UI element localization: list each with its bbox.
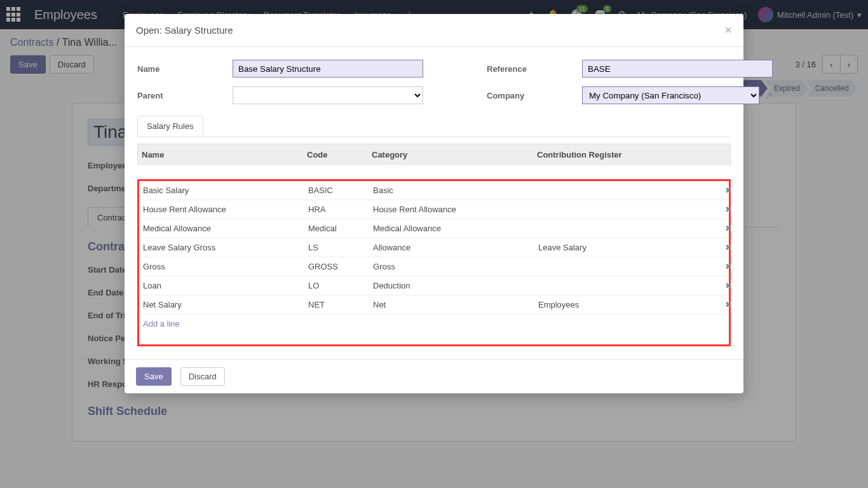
- delete-row-icon[interactable]: ✖: [719, 238, 738, 257]
- cell-register: [534, 276, 719, 295]
- modal-body: Name Reference Parent Company My Company…: [125, 47, 743, 359]
- col-name: Name: [138, 144, 303, 165]
- table-row[interactable]: House Rent AllowanceHRAHouse Rent Allowa…: [139, 200, 729, 219]
- col-register: Contribution Register: [533, 144, 717, 165]
- table-row[interactable]: Basic SalaryBASICBasic✖: [139, 181, 729, 200]
- table-row[interactable]: LoanLODeduction✖: [139, 276, 729, 295]
- table-row[interactable]: Medical AllowanceMedicalMedical Allowanc…: [139, 219, 729, 238]
- cell-register: Employees: [534, 295, 719, 314]
- cell-category: Allowance: [369, 238, 534, 257]
- cell-name: Gross: [139, 257, 304, 276]
- name-field[interactable]: [233, 60, 423, 78]
- rules-highlight-box: Basic SalaryBASICBasic✖House Rent Allowa…: [137, 179, 731, 346]
- cell-code: LS: [304, 238, 369, 257]
- cell-category: Deduction: [369, 276, 534, 295]
- modal-tabs: Salary Rules: [137, 116, 731, 137]
- cell-category: Net: [369, 295, 534, 314]
- add-line-link[interactable]: Add a line: [139, 315, 729, 333]
- delete-row-icon[interactable]: ✖: [719, 219, 738, 238]
- cell-category: House Rent Allowance: [369, 200, 534, 219]
- label-company: Company: [487, 91, 569, 100]
- rules-header: Name Code Category Contribution Register: [137, 144, 731, 165]
- delete-row-icon[interactable]: ✖: [719, 257, 738, 276]
- cell-name: Medical Allowance: [139, 219, 304, 238]
- cell-register: Leave Salary: [534, 238, 719, 257]
- company-field[interactable]: My Company (San Francisco): [582, 86, 759, 104]
- delete-row-icon[interactable]: ✖: [719, 181, 738, 200]
- cell-register: [534, 219, 719, 238]
- cell-code: LO: [304, 276, 369, 295]
- delete-row-icon[interactable]: ✖: [719, 295, 738, 314]
- modal-discard-button[interactable]: Discard: [180, 367, 225, 386]
- reference-field[interactable]: [582, 60, 773, 78]
- cell-name: House Rent Allowance: [139, 200, 304, 219]
- cell-code: Medical: [304, 219, 369, 238]
- modal-overlay: Open: Salary Structure × Name Reference …: [0, 0, 868, 488]
- cell-code: GROSS: [304, 257, 369, 276]
- cell-category: Medical Allowance: [369, 219, 534, 238]
- cell-code: HRA: [304, 200, 369, 219]
- delete-row-icon[interactable]: ✖: [719, 276, 738, 295]
- delete-row-icon[interactable]: ✖: [719, 200, 738, 219]
- cell-name: Basic Salary: [139, 181, 304, 200]
- modal-footer: Save Discard: [125, 359, 743, 393]
- modal-save-button[interactable]: Save: [136, 367, 172, 386]
- cell-register: [534, 257, 719, 276]
- cell-code: NET: [304, 295, 369, 314]
- label-parent: Parent: [137, 91, 220, 100]
- cell-name: Loan: [139, 276, 304, 295]
- external-link-icon[interactable]: ↗: [764, 90, 773, 102]
- table-row[interactable]: Net SalaryNETNetEmployees✖: [139, 295, 729, 315]
- modal-header: Open: Salary Structure ×: [125, 14, 743, 47]
- cell-name: Leave Salary Gross: [139, 238, 304, 257]
- parent-field[interactable]: [233, 86, 423, 104]
- cell-category: Gross: [369, 257, 534, 276]
- col-actions: [717, 144, 736, 165]
- col-code: Code: [303, 144, 368, 165]
- rules-body: Basic SalaryBASICBasic✖House Rent Allowa…: [139, 181, 729, 315]
- label-reference: Reference: [487, 64, 569, 74]
- label-name: Name: [137, 64, 220, 74]
- cell-register: [534, 200, 719, 219]
- cell-code: BASIC: [304, 181, 369, 200]
- cell-category: Basic: [369, 181, 534, 200]
- close-icon[interactable]: ×: [724, 23, 732, 37]
- modal-title: Open: Salary Structure: [136, 25, 233, 36]
- cell-name: Net Salary: [139, 295, 304, 314]
- table-row[interactable]: GrossGROSSGross✖: [139, 257, 729, 276]
- col-category: Category: [368, 144, 533, 165]
- cell-register: [534, 181, 719, 200]
- tab-salary-rules[interactable]: Salary Rules: [137, 116, 203, 137]
- salary-structure-modal: Open: Salary Structure × Name Reference …: [125, 14, 743, 393]
- table-row[interactable]: Leave Salary GrossLSAllowanceLeave Salar…: [139, 238, 729, 257]
